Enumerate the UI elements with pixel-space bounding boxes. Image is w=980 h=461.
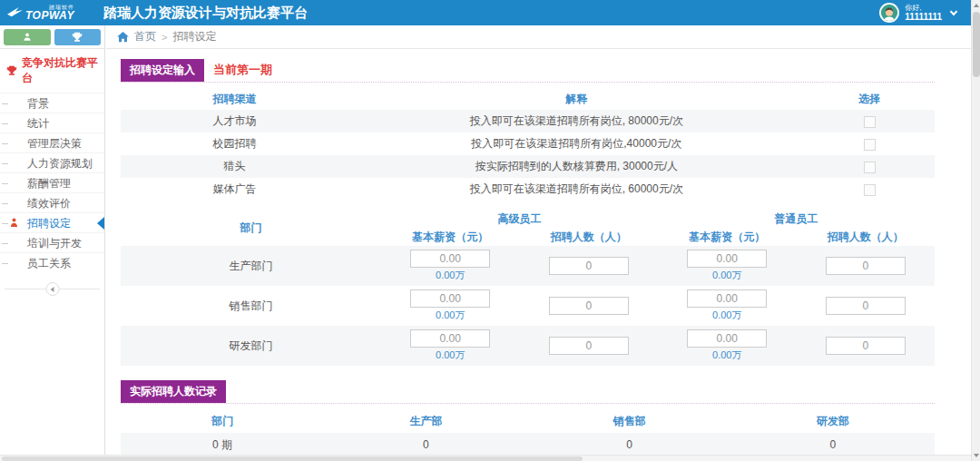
senior-salary-input-production[interactable] <box>410 250 490 268</box>
channel-checkbox-campus[interactable] <box>864 139 876 151</box>
record-value: 0 <box>324 433 527 455</box>
salary-header-headcount: 招聘人数（人） <box>520 228 658 246</box>
normal-salary-wan-label: 0.00万 <box>658 348 796 362</box>
channel-checkbox-talent-market[interactable] <box>864 116 876 128</box>
user-menu[interactable]: 你好, 11111111 <box>879 3 971 23</box>
salary-header-dept: 部门 <box>121 210 381 246</box>
chevron-down-icon[interactable] <box>950 8 957 15</box>
senior-count-input-sales[interactable] <box>549 297 629 315</box>
topway-logo: 踏瑞软件 TOPWAY <box>0 5 94 21</box>
breadcrumb: 首页 > 招聘设定 <box>106 25 971 49</box>
sidebar-item-management-decision[interactable]: 管理层决策 <box>0 132 104 152</box>
sidebar-item-label: 管理层决策 <box>27 137 82 150</box>
channel-name: 媒体广告 <box>121 178 348 201</box>
salary-group-senior: 高级员工 <box>381 210 658 228</box>
channels-header-desc: 解释 <box>348 88 804 110</box>
sidebar-platform-header[interactable]: 竞争对抗比赛平台 <box>0 49 104 93</box>
channel-checkbox-media-ad[interactable] <box>864 184 876 196</box>
channel-desc: 投入即可在该渠道招聘所有岗位, 80000元/次 <box>348 110 804 132</box>
sidebar-item-label: 人力资源规划 <box>27 157 93 170</box>
logo-text: TOPWAY <box>25 10 74 21</box>
record-header-production: 生产部 <box>324 409 527 433</box>
app-title: 踏瑞人力资源设计与对抗比赛平台 <box>103 5 308 22</box>
sidebar-item-employee-relations[interactable]: 员工关系 <box>0 252 104 272</box>
sidebar-item-performance[interactable]: 绩效评价 <box>0 192 104 212</box>
trophy-icon <box>6 65 17 76</box>
sidebar-item-salary-management[interactable]: 薪酬管理 <box>0 172 104 192</box>
sidebar-item-label: 招聘设定 <box>27 217 71 230</box>
scroll-up-arrow-icon[interactable] <box>972 0 980 11</box>
senior-salary-wan-label: 0.00万 <box>381 348 519 362</box>
normal-count-input-production[interactable] <box>826 257 906 275</box>
record-header-sales: 销售部 <box>528 409 731 433</box>
vertical-scrollbar[interactable] <box>971 0 980 461</box>
table-row: 人才市场 投入即可在该渠道招聘所有岗位, 80000元/次 <box>121 110 935 132</box>
senior-salary-input-rd[interactable] <box>410 329 490 348</box>
dept-name: 研发部门 <box>121 326 381 366</box>
sidebar-item-hr-planning[interactable]: 人力资源规划 <box>0 152 104 172</box>
sidebar-item-recruit-setting[interactable]: 招聘设定 <box>0 212 104 232</box>
salary-header-base-salary: 基本薪资（元） <box>658 228 796 246</box>
salary-group-normal: 普通员工 <box>658 210 935 228</box>
record-value: 0 <box>731 433 935 455</box>
trophy-icon <box>72 32 83 43</box>
sidebar-collapse-row <box>0 280 104 298</box>
senior-salary-input-sales[interactable] <box>410 289 490 308</box>
horizontal-scrollbar[interactable] <box>0 455 971 461</box>
scroll-down-arrow-icon[interactable] <box>972 450 980 461</box>
recruit-input-badge: 招聘设定输入 <box>121 59 204 82</box>
normal-salary-input-rd[interactable] <box>687 329 767 348</box>
normal-salary-wan-label: 0.00万 <box>658 309 796 322</box>
channels-header-channel: 招聘渠道 <box>121 88 348 110</box>
vertical-scrollbar-thumb[interactable] <box>973 12 980 77</box>
normal-salary-input-sales[interactable] <box>687 289 767 308</box>
record-value: 0 <box>528 433 731 455</box>
salary-table: 部门 高级员工 普通员工 基本薪资（元） 招聘人数（人） 基本薪资（元） 招聘人… <box>121 210 935 366</box>
content: 招聘设定输入 当前第一期 招聘渠道 解释 选择 人才市场 投入即可在该渠道招聘所… <box>106 49 971 455</box>
senior-count-input-production[interactable] <box>549 257 629 275</box>
sidebar-item-background[interactable]: 背景 <box>0 93 104 113</box>
channel-desc: 按实际招聘到的人数核算费用, 30000元/人 <box>348 155 804 178</box>
channel-desc: 投入即可在该渠道招聘所有岗位, 60000元/次 <box>348 178 804 201</box>
table-row: 生产部门 0.00万 0.00万 <box>121 246 935 286</box>
record-table: 部门 生产部 销售部 研发部 0 期 0 0 0 <box>121 409 935 455</box>
sidebar-item-label: 绩效评价 <box>27 197 71 210</box>
user-name: 11111111 <box>905 12 942 23</box>
senior-salary-wan-label: 0.00万 <box>381 309 519 322</box>
main-panel: 首页 > 招聘设定 招聘设定输入 当前第一期 招聘渠道 解释 选择 人才市场 投… <box>106 25 971 455</box>
breadcrumb-home[interactable]: 首页 <box>134 29 156 44</box>
avatar[interactable] <box>879 3 899 23</box>
normal-count-input-rd[interactable] <box>826 337 906 355</box>
sidebar: 竞争对抗比赛平台 背景 统计 管理层决策 人力资源规划 薪酬管理 绩效评价 招聘… <box>0 25 105 455</box>
sidebar-item-label: 统计 <box>27 117 49 130</box>
salary-header-headcount: 招聘人数（人） <box>796 228 935 246</box>
person-pin-icon <box>10 218 18 228</box>
senior-salary-wan-label: 0.00万 <box>381 269 519 282</box>
horizontal-scrollbar-thumb[interactable] <box>2 456 583 461</box>
channel-name: 猎头 <box>121 155 348 178</box>
dept-name: 销售部门 <box>121 286 381 326</box>
sidebar-tabs <box>0 25 104 49</box>
channel-checkbox-headhunter[interactable] <box>864 162 876 173</box>
channels-table: 招聘渠道 解释 选择 人才市场 投入即可在该渠道招聘所有岗位, 80000元/次… <box>121 88 935 201</box>
active-item-arrow-icon <box>97 217 104 230</box>
current-period-label: 当前第一期 <box>213 62 272 82</box>
sidebar-item-training[interactable]: 培训与开发 <box>0 232 104 252</box>
sidebar-collapse-button[interactable] <box>45 282 59 296</box>
tab-competition[interactable] <box>54 29 102 45</box>
home-icon[interactable] <box>117 32 129 43</box>
breadcrumb-separator: > <box>162 32 167 43</box>
senior-count-input-rd[interactable] <box>549 337 629 355</box>
sidebar-item-label: 薪酬管理 <box>27 177 71 190</box>
normal-salary-input-production[interactable] <box>687 250 767 268</box>
normal-salary-wan-label: 0.00万 <box>658 269 796 282</box>
record-section-header: 实际招聘人数记录 <box>121 380 935 404</box>
record-header-dept: 部门 <box>121 409 324 433</box>
normal-count-input-sales[interactable] <box>826 297 906 315</box>
sidebar-item-statistics[interactable]: 统计 <box>0 113 104 132</box>
record-period: 0 期 <box>121 433 324 455</box>
tab-practice[interactable] <box>4 29 51 45</box>
table-row: 0 期 0 0 0 <box>121 433 935 455</box>
record-header-rd: 研发部 <box>731 409 935 433</box>
record-badge: 实际招聘人数记录 <box>121 380 226 403</box>
